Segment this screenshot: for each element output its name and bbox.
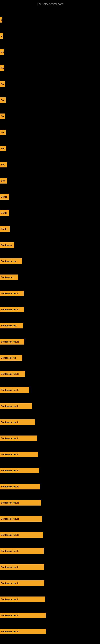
- bar-row-36: Bottleneck result: [0, 576, 100, 591]
- bar-row-32: Bottleneck result: [0, 511, 100, 526]
- bar-label-18: Bottleneck result: [0, 290, 24, 296]
- bar-label-33: Bottleneck result: [0, 532, 43, 538]
- bar-row-34: Bottleneck result: [0, 544, 100, 558]
- bar-label-17: Bottleneck r: [0, 274, 18, 280]
- bar-label-24: Bottleneck result: [0, 387, 29, 393]
- bar-label-29: Bottleneck result: [0, 468, 39, 473]
- bar-row-39: Bottleneck result: [0, 624, 100, 639]
- bar-row-27: Bottleneck result: [0, 431, 100, 446]
- bar-label-30: Bottleneck result: [0, 484, 40, 490]
- bar-label-23: Bottleneck result: [0, 371, 25, 377]
- bar-label-37: Bottleneck result: [0, 596, 45, 602]
- bar-label-8: Bo: [0, 130, 6, 135]
- bar-label-14: Bottle: [0, 226, 10, 232]
- bar-row-10: Bot: [0, 157, 100, 172]
- bar-row-9: Bot: [0, 141, 100, 156]
- bar-label-25: Bottleneck result: [0, 403, 32, 409]
- bar-row-21: Bottleneck result: [0, 334, 100, 349]
- bar-row-2: B: [0, 28, 100, 43]
- bar-row-6: Bot: [0, 92, 100, 108]
- bar-row-35: Bottleneck result: [0, 560, 100, 574]
- bar-label-39: Bottleneck result: [0, 629, 46, 634]
- bar-label-13: Bottle: [0, 210, 9, 216]
- bar-row-40: Bottleneck result: [0, 640, 100, 644]
- bar-row-38: Bottleneck result: [0, 608, 100, 623]
- bar-label-12: Bottle: [0, 194, 9, 200]
- bar-label-5: Bo: [0, 81, 5, 87]
- bar-row-12: Bottle: [0, 189, 100, 204]
- bar-label-26: Bottleneck result: [0, 420, 35, 425]
- bar-label-16: Bottleneck resu: [0, 258, 22, 264]
- bar-row-25: Bottleneck result: [0, 398, 100, 414]
- bar-row-17: Bottleneck r: [0, 270, 100, 285]
- bar-label-34: Bottleneck result: [0, 548, 44, 554]
- bar-label-11: Bott: [0, 178, 7, 184]
- bar-label-21: Bottleneck result: [0, 339, 24, 344]
- bar-row-28: Bottleneck result: [0, 447, 100, 462]
- bar-label-31: Bottleneck result: [0, 500, 41, 506]
- bar-row-29: Bottleneck result: [0, 463, 100, 478]
- bar-row-26: Bottleneck result: [0, 414, 100, 430]
- bar-row-22: Bottleneck res: [0, 350, 100, 365]
- bar-label-22: Bottleneck res: [0, 355, 22, 361]
- bar-label-10: Bot: [0, 162, 7, 168]
- bar-row-4: Bo: [0, 60, 100, 76]
- bar-row-3: Bo: [0, 44, 100, 59]
- bar-row-16: Bottleneck resu: [0, 254, 100, 269]
- bar-row-5: Bo: [0, 76, 100, 92]
- bar-row-1: B: [0, 12, 100, 27]
- bar-label-2: B: [0, 33, 3, 39]
- bar-row-37: Bottleneck result: [0, 592, 100, 607]
- bar-label-6: Bot: [0, 98, 6, 103]
- bar-row-8: Bo: [0, 125, 100, 140]
- bar-row-24: Bottleneck result: [0, 382, 100, 398]
- bar-label-9: Bot: [0, 146, 6, 151]
- bar-label-7: Bo: [0, 114, 5, 119]
- bar-label-28: Bottleneck result: [0, 452, 38, 457]
- site-title: TheBottlenecker.com: [0, 1, 100, 7]
- bar-row-18: Bottleneck result: [0, 286, 100, 301]
- bar-label-27: Bottleneck result: [0, 436, 37, 441]
- bar-label-4: Bo: [0, 65, 4, 71]
- bar-label-38: Bottleneck result: [0, 612, 46, 618]
- bar-label-35: Bottleneck result: [0, 564, 44, 570]
- bar-row-30: Bottleneck result: [0, 479, 100, 494]
- bar-row-33: Bottleneck result: [0, 527, 100, 542]
- bar-row-19: Bottleneck result: [0, 302, 100, 317]
- bar-row-14: Bottle: [0, 222, 100, 236]
- bar-row-15: Bottleneck: [0, 238, 100, 252]
- bar-label-36: Bottleneck result: [0, 580, 44, 586]
- bar-row-7: Bo: [0, 109, 100, 124]
- bar-label-32: Bottleneck result: [0, 516, 42, 522]
- bar-label-15: Bottleneck: [0, 242, 14, 248]
- bar-row-11: Bott: [0, 173, 100, 188]
- bar-label-19: Bottleneck result: [0, 307, 24, 312]
- bar-row-13: Bottle: [0, 205, 100, 220]
- bar-row-23: Bottleneck result: [0, 366, 100, 381]
- bar-row-20: Bottleneck resu: [0, 318, 100, 333]
- bar-label-3: Bo: [0, 49, 4, 55]
- bar-label-1: B: [0, 17, 2, 22]
- bar-row-31: Bottleneck result: [0, 495, 100, 510]
- bar-label-20: Bottleneck resu: [0, 323, 23, 328]
